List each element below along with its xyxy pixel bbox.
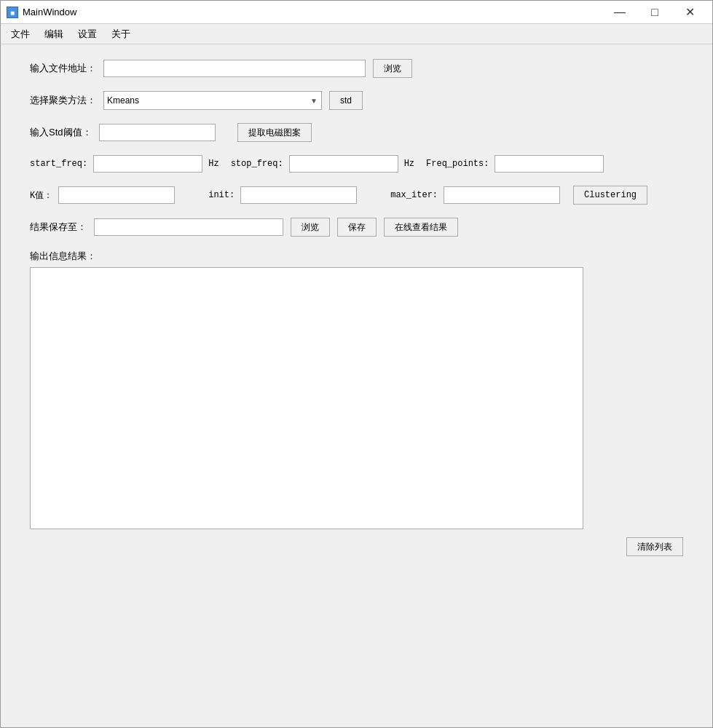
menu-item-file[interactable]: 文件 — [4, 25, 37, 44]
method-row: 选择聚类方法： Kmeans ▼ std — [30, 91, 683, 110]
k-row: K值： init: max_iter: Clustering — [30, 186, 683, 205]
freq-points-input[interactable] — [495, 155, 604, 173]
std-label: 输入Std阈值： — [30, 126, 92, 139]
stop-freq-input[interactable] — [289, 155, 398, 173]
window-title: MainWindow — [23, 7, 76, 17]
menu-item-edit[interactable]: 编辑 — [37, 25, 71, 44]
stop-freq-label: stop_freq: — [231, 159, 283, 169]
title-bar: ■ MainWindow — □ ✕ — [1, 1, 712, 24]
save-row: 结果保存至： 浏览 保存 在线查看结果 — [30, 218, 683, 237]
k-label: K值： — [30, 189, 52, 202]
menu-item-settings[interactable]: 设置 — [71, 25, 104, 44]
max-iter-label: max_iter: — [390, 190, 438, 200]
main-content: 输入文件地址： 浏览 选择聚类方法： Kmeans ▼ std 输入Std阈值：… — [1, 44, 712, 727]
std-input[interactable] — [99, 124, 216, 141]
save-browse-button[interactable]: 浏览 — [291, 218, 330, 237]
start-freq-input[interactable] — [93, 155, 202, 173]
minimize-button[interactable]: — — [603, 1, 637, 24]
output-section: 输出信息结果： — [30, 250, 683, 531]
title-bar-left: ■ MainWindow — [7, 7, 76, 18]
main-window: ■ MainWindow — □ ✕ 文件 编辑 设置 关于 输入文件地址： 浏… — [0, 0, 713, 728]
freq-row: start_freq: Hz stop_freq: Hz Freq_points… — [30, 155, 683, 173]
k-input[interactable] — [58, 186, 175, 204]
save-input[interactable] — [94, 218, 283, 236]
save-button[interactable]: 保存 — [337, 218, 377, 237]
init-label: init: — [208, 190, 235, 200]
std-row: 输入Std阈值： 提取电磁图案 — [30, 123, 683, 142]
output-label: 输出信息结果： — [30, 250, 683, 263]
hz2-label: Hz — [404, 159, 414, 169]
start-freq-label: start_freq: — [30, 159, 87, 169]
method-select[interactable]: Kmeans — [103, 91, 322, 110]
clear-list-button[interactable]: 清除列表 — [626, 537, 683, 556]
extract-button[interactable]: 提取电磁图案 — [237, 123, 312, 142]
menu-bar: 文件 编辑 设置 关于 — [1, 24, 712, 44]
method-label: 选择聚类方法： — [30, 94, 96, 107]
file-row: 输入文件地址： 浏览 — [30, 59, 683, 78]
close-button[interactable]: ✕ — [673, 1, 706, 24]
menu-item-about[interactable]: 关于 — [104, 25, 138, 44]
file-label: 输入文件地址： — [30, 62, 96, 75]
init-input[interactable] — [240, 186, 357, 204]
save-label: 结果保存至： — [30, 221, 87, 234]
method-select-wrapper: Kmeans ▼ — [103, 91, 322, 110]
max-iter-input[interactable] — [444, 186, 560, 204]
clustering-button[interactable]: Clustering — [573, 186, 647, 205]
file-input[interactable] — [103, 60, 366, 77]
app-icon: ■ — [7, 7, 18, 18]
title-bar-controls: — □ ✕ — [603, 1, 706, 24]
file-browse-button[interactable]: 浏览 — [373, 59, 412, 78]
std-button[interactable]: std — [329, 91, 363, 110]
bottom-row: 清除列表 — [30, 537, 683, 556]
hz1-label: Hz — [208, 159, 218, 169]
maximize-button[interactable]: □ — [638, 1, 671, 24]
view-results-button[interactable]: 在线查看结果 — [384, 218, 458, 237]
output-textarea[interactable] — [30, 267, 583, 529]
freq-points-label: Freq_points: — [426, 159, 489, 169]
